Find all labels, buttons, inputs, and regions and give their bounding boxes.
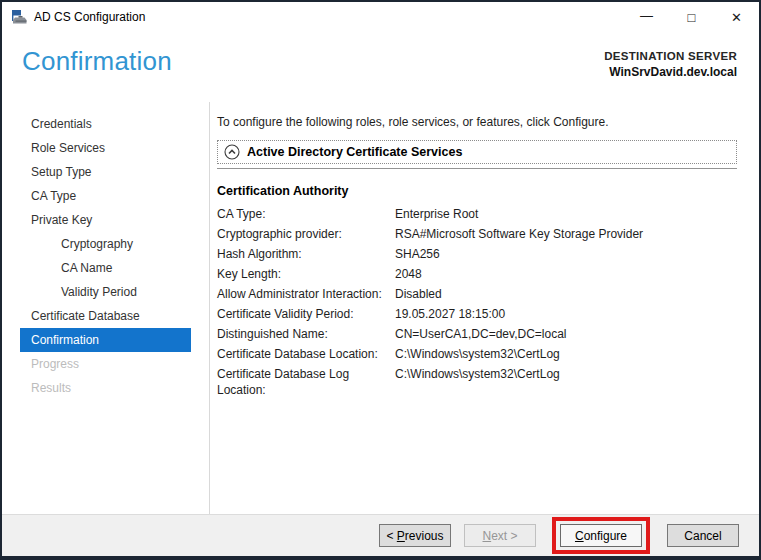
- red-highlight-annotation: Configure: [552, 517, 650, 554]
- detail-value: SHA256: [395, 246, 737, 262]
- chevron-up-circle-icon: [224, 144, 240, 160]
- sidebar-item-confirmation[interactable]: Confirmation: [20, 328, 191, 352]
- sidebar-item-ca-name[interactable]: CA Name: [20, 256, 191, 280]
- server-manager-icon: [11, 9, 28, 25]
- wizard-header: Confirmation DESTINATION SERVER WinSrvDa…: [2, 32, 759, 102]
- minimize-button[interactable]: —: [624, 2, 669, 32]
- destination-server-block: DESTINATION SERVER WinSrvDavid.dev.local: [604, 46, 737, 102]
- sidebar-item-ca-type[interactable]: CA Type: [20, 184, 191, 208]
- sidebar-item-progress: Progress: [20, 352, 191, 376]
- configure-button[interactable]: Configure: [560, 524, 642, 547]
- sidebar-item-cryptography[interactable]: Cryptography: [20, 232, 191, 256]
- detail-value: RSA#Microsoft Software Key Storage Provi…: [395, 226, 737, 242]
- detail-value: C:\Windows\system32\CertLog: [395, 366, 737, 398]
- sidebar-item-validity-period[interactable]: Validity Period: [20, 280, 191, 304]
- detail-label: Allow Administrator Interaction:: [217, 286, 395, 302]
- detail-value: C:\Windows\system32\CertLog: [395, 346, 737, 362]
- detail-value: Disabled: [395, 286, 737, 302]
- detail-value: 2048: [395, 266, 737, 282]
- adcs-configuration-window: AD CS Configuration — □ ✕ Confirmation D…: [0, 0, 761, 560]
- title-bar: AD CS Configuration — □ ✕: [2, 2, 759, 32]
- detail-label: Hash Algorithm:: [217, 246, 395, 262]
- sidebar-item-results: Results: [20, 376, 191, 400]
- next-button: Next >: [464, 524, 536, 547]
- sidebar-item-private-key[interactable]: Private Key: [20, 208, 191, 232]
- destination-server-name: WinSrvDavid.dev.local: [604, 65, 737, 79]
- intro-text: To configure the following roles, role s…: [217, 115, 737, 129]
- section-title: Certification Authority: [217, 184, 737, 198]
- detail-label: Cryptographic provider:: [217, 226, 395, 242]
- sidebar-item-credentials[interactable]: Credentials: [20, 112, 191, 136]
- detail-value: Enterprise Root: [395, 206, 737, 222]
- destination-server-label: DESTINATION SERVER: [604, 50, 737, 62]
- maximize-button[interactable]: □: [669, 2, 714, 32]
- detail-label: Certificate Database Log Location:: [217, 366, 395, 398]
- detail-label: Certificate Database Location:: [217, 346, 395, 362]
- sidebar-item-certificate-database[interactable]: Certificate Database: [20, 304, 191, 328]
- detail-value: 19.05.2027 18:15:00: [395, 306, 737, 322]
- detail-label: CA Type:: [217, 206, 395, 222]
- cancel-button[interactable]: Cancel: [667, 524, 739, 547]
- page-title: Confirmation: [22, 46, 172, 102]
- wizard-steps-sidebar: Credentials Role Services Setup Type CA …: [2, 102, 210, 514]
- adcs-expander[interactable]: Active Directory Certificate Services: [217, 140, 737, 164]
- confirmation-content: To configure the following roles, role s…: [210, 102, 759, 514]
- sidebar-item-role-services[interactable]: Role Services: [20, 136, 191, 160]
- expander-section: Active Directory Certificate Services: [217, 140, 737, 169]
- details-list: CA Type: Enterprise Root Cryptographic p…: [217, 206, 737, 398]
- close-button[interactable]: ✕: [714, 2, 759, 32]
- wizard-button-bar: < Previous Next > Configure Cancel: [2, 514, 759, 556]
- previous-button[interactable]: < Previous: [379, 524, 451, 547]
- detail-value: CN=UserCA1,DC=dev,DC=local: [395, 326, 737, 342]
- window-title: AD CS Configuration: [34, 10, 145, 24]
- detail-label: Distinguished Name:: [217, 326, 395, 342]
- detail-label: Certificate Validity Period:: [217, 306, 395, 322]
- detail-label: Key Length:: [217, 266, 395, 282]
- sidebar-item-setup-type[interactable]: Setup Type: [20, 160, 191, 184]
- expander-label: Active Directory Certificate Services: [247, 145, 462, 159]
